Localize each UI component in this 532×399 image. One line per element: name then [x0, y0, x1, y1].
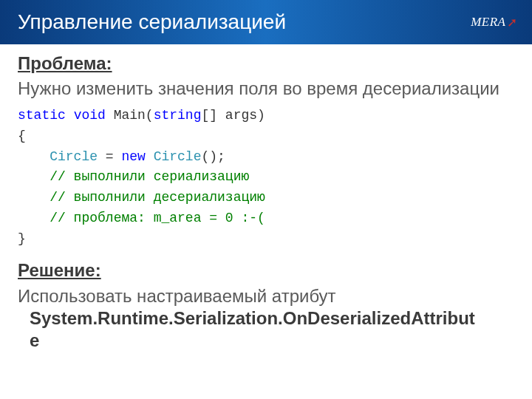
title-bar: Управление сериализацией MERA➚	[0, 0, 532, 44]
problem-description: Нужно изменить значения поля во время де…	[18, 78, 514, 100]
kw-static: static	[18, 108, 66, 123]
fn-name: Main(	[106, 108, 154, 123]
brace-open: {	[18, 129, 26, 143]
content-area: Проблема: Нужно изменить значения поля в…	[0, 44, 532, 352]
brace-close: }	[18, 231, 26, 246]
slide-title: Управление сериализацией	[18, 10, 286, 34]
type-circle2: Circle	[146, 149, 202, 164]
solution-text: Использовать настраиваемый атрибут Syste…	[18, 285, 514, 352]
attr-line1: System.Runtime.Serialization.OnDeseriali…	[30, 308, 475, 328]
comment-3: // проблема: m_area = 0 :-(	[50, 211, 265, 225]
type-circle: Circle	[50, 149, 98, 164]
eq: =	[98, 149, 121, 164]
mera-logo: MERA➚	[471, 15, 517, 30]
kw-void: void	[74, 108, 106, 123]
comment-1: // выполнили сериализацию	[50, 169, 249, 184]
comment-2: // выполнили десериализацию	[50, 190, 265, 205]
solution-heading: Решение:	[18, 260, 514, 281]
logo-arrow-icon: ➚	[507, 15, 518, 30]
solution-lead: Использовать настраиваемый атрибут	[18, 286, 336, 306]
sig-rest: [] args)	[201, 108, 265, 123]
kw-new: new	[121, 149, 145, 164]
code-block: static void Main(string[] args) { Circle…	[18, 106, 514, 250]
problem-heading: Проблема:	[18, 53, 514, 74]
attr-line2: e	[30, 330, 39, 350]
line2-end: ();	[201, 149, 225, 164]
kw-string: string	[154, 108, 202, 123]
logo-text: MERA	[471, 15, 505, 30]
